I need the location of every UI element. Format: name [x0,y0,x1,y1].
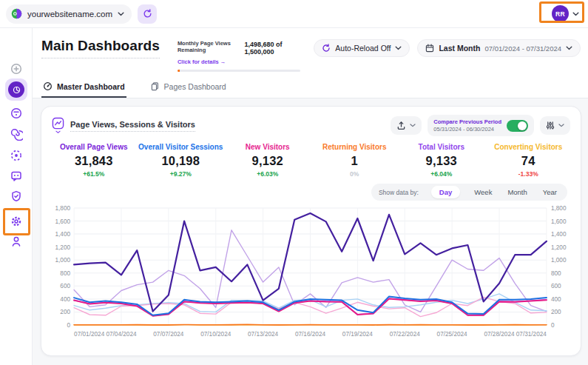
sliders-icon [546,121,555,130]
svg-text:400: 400 [551,296,561,303]
chevron-down-icon [55,130,61,134]
metric-value: 9,133 [398,154,485,168]
svg-text:07/13/2024: 07/13/2024 [248,331,279,338]
svg-text:07/16/2024: 07/16/2024 [295,331,326,338]
auto-reload-dropdown[interactable]: Auto-Reload Off [314,39,410,57]
metric-delta: +6.04% [398,170,485,178]
show-data-by-label: Show data by: [379,189,419,196]
svg-text:600: 600 [551,283,561,289]
svg-text:07/22/2024: 07/22/2024 [390,331,421,338]
add-widget-icon[interactable] [10,62,23,76]
metric[interactable]: Total Visitors 9,133 +6.04% [398,143,485,178]
quota-progress-fill [178,70,180,72]
website-selector[interactable]: yourwebsitename.com [6,4,132,24]
metric-label: Total Visitors [398,143,485,151]
chart-svg: 002002004004006006008008001,0001,0001,20… [49,202,573,348]
page-header: Main Dashboards Monthly Page Views Remai… [33,28,588,72]
svg-text:1,400: 1,400 [551,231,567,238]
quota-details-link[interactable]: Click for details → [178,58,226,65]
metric[interactable]: Returning Visitors 1 0% [311,143,399,178]
metric[interactable]: Overall Page Views 31,843 +61.5% [50,143,138,178]
chevron-down-icon [410,124,416,127]
metric-delta: 0% [311,170,399,178]
metric-label: Returning Visitors [311,143,399,151]
svg-text:600: 600 [60,283,70,289]
website-name: yourwebsitename.com [27,10,112,19]
chart-widget-icon [52,117,64,130]
svg-text:800: 800 [60,270,70,277]
calendar-icon [425,44,434,53]
svg-text:0: 0 [67,322,71,329]
open-website-button[interactable] [138,4,157,24]
compare-label: Compare Previous Period [433,118,501,125]
svg-text:07/25/2024: 07/25/2024 [437,331,468,338]
website-favicon-icon [11,8,22,19]
metrics-row: Overall Page Views 31,843 +61.5% Overall… [47,138,575,179]
chevron-down-icon [566,46,572,50]
account-menu[interactable]: RR [552,5,579,22]
sidebar-item-dashboards[interactable] [5,78,27,101]
metric[interactable]: New Visitors 9,132 +6.03% [224,143,311,178]
svg-text:200: 200 [551,309,561,315]
quota-value: 1,498,680 of 1,500,000 [244,41,300,56]
chevron-down-icon [558,124,564,127]
svg-text:400: 400 [60,296,70,303]
quota-label: Monthly Page Views Remaining [178,40,245,53]
svg-text:07/31/2024: 07/31/2024 [516,331,547,338]
metric-label: New Visitors [224,143,311,151]
session-recordings-icon[interactable] [10,127,23,141]
tab-master-dashboard[interactable]: Master Dashboard [41,78,126,98]
metric-value: 74 [485,154,572,168]
svg-text:07/07/2024: 07/07/2024 [153,331,184,338]
topbar: yourwebsitename.com RR [0,0,588,28]
granularity-day[interactable]: Day [431,186,460,198]
date-range: 07/01/2024 - 07/31/2024 [484,44,561,53]
privacy-center-icon[interactable] [10,190,23,203]
quota-block: Monthly Page Views Remaining Click for d… [178,40,300,72]
metric-delta: +6.03% [224,170,311,178]
chart-area[interactable]: 002002004004006006008008001,0001,0001,20… [47,201,575,348]
compare-range: 05/31/2024 - 06/30/2024 [433,126,501,133]
granularity-year[interactable]: Year [541,186,558,198]
metric[interactable]: Converting Visitors 74 -1.33% [485,143,572,178]
metric-value: 10,198 [138,154,225,168]
widget-title: Page Views, Sessions & Visitors [70,120,195,132]
metric-value: 9,132 [224,154,311,168]
compare-toggle[interactable] [507,120,528,132]
app: yourwebsitename.com RR [0,0,588,365]
svg-text:1,400: 1,400 [55,231,71,238]
granularity-week[interactable]: Week [473,186,493,198]
svg-text:1,600: 1,600 [55,218,71,225]
metric-delta: -1.33% [485,170,572,178]
web-analytics-icon[interactable] [10,107,23,120]
metric-value: 1 [311,154,399,168]
support-icon[interactable] [10,235,23,248]
metric[interactable]: Overall Visitor Sessions 10,198 +9.27% [138,143,225,178]
tab-pages-dashboard[interactable]: Pages Dashboard [149,78,228,98]
metric-label: Overall Visitor Sessions [138,143,225,151]
dashboard-tabs: Master Dashboard Pages Dashboard [33,78,588,98]
date-range-dropdown[interactable]: Last Month 07/01/2024 - 07/31/2024 [417,39,581,57]
main: Main Dashboards Monthly Page Views Remai… [33,28,588,365]
widget-type-control[interactable] [52,117,64,134]
svg-text:1,200: 1,200 [55,244,71,251]
auto-reload-icon [322,44,331,53]
chevron-down-icon [118,12,124,16]
svg-text:1,000: 1,000 [55,257,71,264]
metric-settings-dropdown[interactable] [540,116,570,135]
heatmaps-icon[interactable] [10,149,23,162]
svg-text:200: 200 [60,309,70,315]
visitor-communication-icon[interactable] [10,170,23,183]
export-dropdown[interactable] [391,116,422,135]
svg-text:1,200: 1,200 [551,244,567,251]
svg-text:800: 800 [551,270,561,277]
metric-label: Converting Visitors [485,143,572,151]
settings-icon[interactable] [10,215,23,228]
svg-text:07/28/2024: 07/28/2024 [484,331,515,338]
granularity-month[interactable]: Month [506,186,528,198]
svg-text:07/19/2024: 07/19/2024 [342,331,374,338]
master-dashboard-icon [43,81,53,91]
page-title: Main Dashboards [41,38,160,58]
svg-text:0: 0 [551,322,555,329]
date-preset: Last Month [439,44,480,53]
